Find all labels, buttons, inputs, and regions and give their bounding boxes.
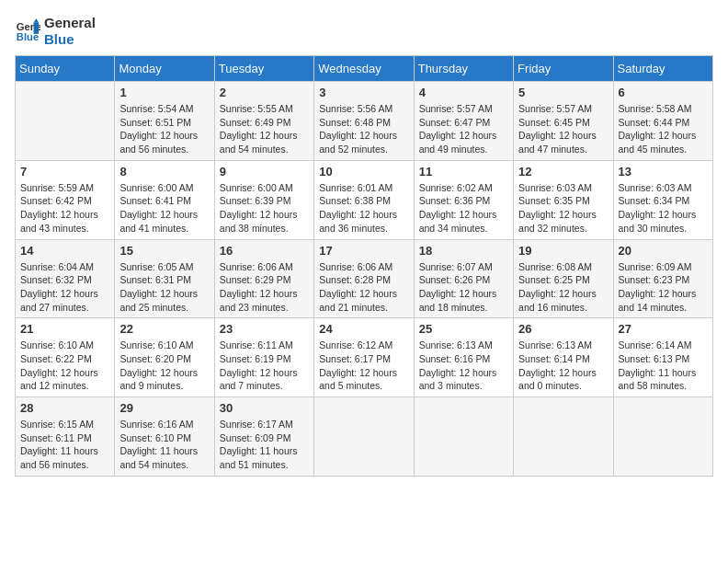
day-info: Sunrise: 5:58 AM Sunset: 6:44 PM Dayligh… (619, 102, 708, 156)
day-info: Sunrise: 6:04 AM Sunset: 6:32 PM Dayligh… (20, 260, 109, 315)
day-number: 16 (220, 244, 309, 258)
day-number: 7 (20, 165, 109, 178)
day-info: Sunrise: 6:12 AM Sunset: 6:17 PM Dayligh… (319, 339, 408, 393)
calendar-cell: 12Sunrise: 6:03 AM Sunset: 6:35 PM Dayli… (514, 160, 613, 239)
calendar-body: 1Sunrise: 5:54 AM Sunset: 6:51 PM Daylig… (16, 82, 713, 477)
calendar-cell: 25Sunrise: 6:13 AM Sunset: 6:16 PM Dayli… (414, 318, 513, 397)
svg-marker-2 (34, 23, 40, 34)
day-number: 25 (419, 322, 508, 336)
calendar-cell (414, 397, 513, 477)
calendar-cell: 2Sunrise: 5:55 AM Sunset: 6:49 PM Daylig… (214, 82, 313, 161)
day-number: 20 (619, 244, 708, 258)
day-info: Sunrise: 5:59 AM Sunset: 6:42 PM Dayligh… (20, 181, 109, 236)
day-info: Sunrise: 6:11 AM Sunset: 6:19 PM Dayligh… (220, 339, 309, 393)
day-number: 3 (319, 86, 408, 99)
calendar-cell: 8Sunrise: 6:00 AM Sunset: 6:41 PM Daylig… (115, 160, 214, 239)
calendar-cell: 6Sunrise: 5:58 AM Sunset: 6:44 PM Daylig… (613, 82, 712, 161)
day-number: 6 (619, 86, 708, 99)
calendar-week-row: 28Sunrise: 6:15 AM Sunset: 6:11 PM Dayli… (16, 397, 713, 477)
day-info: Sunrise: 6:00 AM Sunset: 6:39 PM Dayligh… (220, 181, 309, 236)
day-info: Sunrise: 6:00 AM Sunset: 6:41 PM Dayligh… (119, 181, 209, 236)
day-info: Sunrise: 5:55 AM Sunset: 6:49 PM Dayligh… (220, 102, 309, 156)
day-info: Sunrise: 6:17 AM Sunset: 6:09 PM Dayligh… (220, 418, 309, 472)
day-info: Sunrise: 6:10 AM Sunset: 6:22 PM Dayligh… (20, 339, 109, 393)
calendar-cell: 20Sunrise: 6:09 AM Sunset: 6:23 PM Dayli… (613, 239, 712, 318)
day-info: Sunrise: 5:56 AM Sunset: 6:48 PM Dayligh… (319, 102, 408, 156)
calendar-day-header: Friday (514, 56, 613, 82)
day-number: 18 (419, 244, 508, 258)
day-info: Sunrise: 6:03 AM Sunset: 6:35 PM Dayligh… (518, 181, 608, 236)
day-info: Sunrise: 6:09 AM Sunset: 6:23 PM Dayligh… (619, 260, 708, 315)
calendar-day-header: Tuesday (214, 56, 313, 82)
day-info: Sunrise: 6:01 AM Sunset: 6:38 PM Dayligh… (319, 181, 408, 236)
calendar-cell: 15Sunrise: 6:05 AM Sunset: 6:31 PM Dayli… (115, 239, 214, 318)
day-number: 14 (20, 244, 109, 258)
day-number: 10 (319, 165, 408, 178)
day-number: 9 (220, 165, 309, 178)
day-number: 19 (518, 244, 608, 258)
calendar-cell: 26Sunrise: 6:13 AM Sunset: 6:14 PM Dayli… (514, 318, 613, 397)
calendar-cell: 14Sunrise: 6:04 AM Sunset: 6:32 PM Dayli… (16, 239, 115, 318)
day-number: 24 (319, 322, 408, 336)
calendar-cell: 3Sunrise: 5:56 AM Sunset: 6:48 PM Daylig… (314, 82, 414, 161)
day-number: 21 (20, 322, 109, 336)
calendar-week-row: 7Sunrise: 5:59 AM Sunset: 6:42 PM Daylig… (16, 160, 713, 239)
calendar-cell: 19Sunrise: 6:08 AM Sunset: 6:25 PM Dayli… (514, 239, 613, 318)
day-info: Sunrise: 6:08 AM Sunset: 6:25 PM Dayligh… (518, 260, 608, 315)
day-number: 11 (419, 165, 508, 178)
calendar-cell: 29Sunrise: 6:16 AM Sunset: 6:10 PM Dayli… (115, 397, 214, 477)
calendar-cell: 13Sunrise: 6:03 AM Sunset: 6:34 PM Dayli… (613, 160, 712, 239)
day-number: 2 (220, 86, 309, 99)
calendar-day-header: Sunday (16, 56, 115, 82)
logo-general: General (44, 15, 96, 31)
day-info: Sunrise: 6:15 AM Sunset: 6:11 PM Dayligh… (20, 418, 109, 472)
calendar-cell (514, 397, 613, 477)
day-number: 22 (119, 322, 209, 336)
day-number: 1 (119, 86, 209, 99)
day-info: Sunrise: 6:06 AM Sunset: 6:29 PM Dayligh… (220, 260, 309, 315)
day-number: 26 (518, 322, 608, 336)
calendar-cell: 18Sunrise: 6:07 AM Sunset: 6:26 PM Dayli… (414, 239, 513, 318)
calendar-cell: 23Sunrise: 6:11 AM Sunset: 6:19 PM Dayli… (214, 318, 313, 397)
calendar-header-row: SundayMondayTuesdayWednesdayThursdayFrid… (16, 56, 713, 82)
day-info: Sunrise: 6:05 AM Sunset: 6:31 PM Dayligh… (119, 260, 209, 315)
day-info: Sunrise: 6:07 AM Sunset: 6:26 PM Dayligh… (419, 260, 508, 315)
day-number: 15 (119, 244, 209, 258)
calendar-cell: 11Sunrise: 6:02 AM Sunset: 6:36 PM Dayli… (414, 160, 513, 239)
calendar-cell: 21Sunrise: 6:10 AM Sunset: 6:22 PM Dayli… (16, 318, 115, 397)
calendar-week-row: 1Sunrise: 5:54 AM Sunset: 6:51 PM Daylig… (16, 82, 713, 161)
logo-icon: General Blue (15, 18, 40, 44)
calendar-cell (314, 397, 414, 477)
day-number: 17 (319, 244, 408, 258)
calendar-cell: 4Sunrise: 5:57 AM Sunset: 6:47 PM Daylig… (414, 82, 513, 161)
calendar-cell (16, 82, 115, 161)
calendar-day-header: Thursday (414, 56, 513, 82)
day-info: Sunrise: 6:14 AM Sunset: 6:13 PM Dayligh… (619, 339, 708, 393)
day-info: Sunrise: 6:02 AM Sunset: 6:36 PM Dayligh… (419, 181, 508, 236)
calendar-cell: 30Sunrise: 6:17 AM Sunset: 6:09 PM Dayli… (214, 397, 313, 477)
day-info: Sunrise: 6:16 AM Sunset: 6:10 PM Dayligh… (119, 418, 209, 472)
calendar-cell: 5Sunrise: 5:57 AM Sunset: 6:45 PM Daylig… (514, 82, 613, 161)
calendar-day-header: Wednesday (314, 56, 414, 82)
day-info: Sunrise: 6:10 AM Sunset: 6:20 PM Dayligh… (119, 339, 209, 393)
day-number: 27 (619, 322, 708, 336)
day-number: 12 (518, 165, 608, 178)
calendar-day-header: Monday (115, 56, 214, 82)
calendar-cell: 1Sunrise: 5:54 AM Sunset: 6:51 PM Daylig… (115, 82, 214, 161)
calendar-cell (613, 397, 712, 477)
day-number: 23 (220, 322, 309, 336)
day-number: 4 (419, 86, 508, 99)
day-number: 13 (619, 165, 708, 178)
day-number: 30 (220, 401, 309, 415)
calendar-table: SundayMondayTuesdayWednesdayThursdayFrid… (15, 55, 713, 477)
day-info: Sunrise: 6:03 AM Sunset: 6:34 PM Dayligh… (619, 181, 708, 236)
calendar-cell: 10Sunrise: 6:01 AM Sunset: 6:38 PM Dayli… (314, 160, 414, 239)
calendar-week-row: 21Sunrise: 6:10 AM Sunset: 6:22 PM Dayli… (16, 318, 713, 397)
day-info: Sunrise: 6:06 AM Sunset: 6:28 PM Dayligh… (319, 260, 408, 315)
calendar-cell: 7Sunrise: 5:59 AM Sunset: 6:42 PM Daylig… (16, 160, 115, 239)
calendar-cell: 27Sunrise: 6:14 AM Sunset: 6:13 PM Dayli… (613, 318, 712, 397)
day-info: Sunrise: 5:54 AM Sunset: 6:51 PM Dayligh… (119, 102, 209, 156)
calendar-cell: 9Sunrise: 6:00 AM Sunset: 6:39 PM Daylig… (214, 160, 313, 239)
day-number: 5 (518, 86, 608, 99)
calendar-week-row: 14Sunrise: 6:04 AM Sunset: 6:32 PM Dayli… (16, 239, 713, 318)
